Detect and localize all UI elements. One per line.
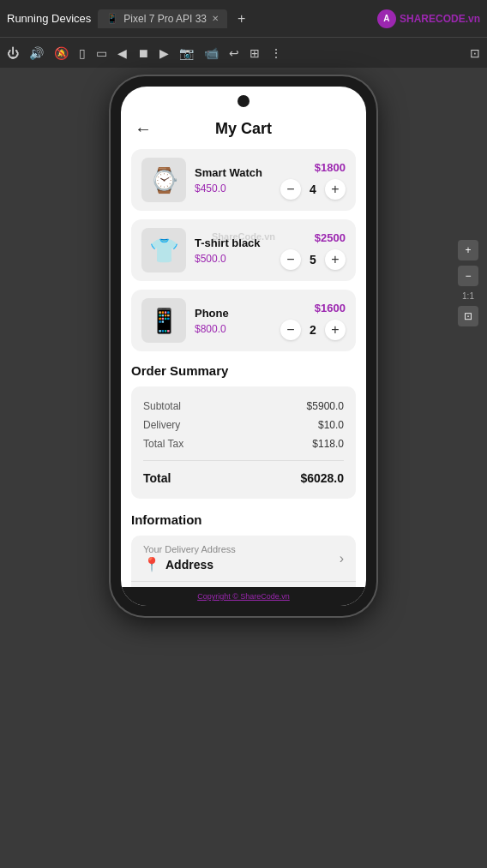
zoom-ratio-label: 1:1 — [462, 291, 474, 301]
app-content[interactable]: ← My Cart ⌚ Smart Watch $450.0 — [121, 87, 366, 587]
phone-right: $1600 − 2 + — [280, 302, 346, 340]
more-icon[interactable]: ⋮ — [270, 46, 282, 60]
smartwatch-qty-control: − 4 + — [280, 179, 346, 200]
volume-up-icon[interactable]: 🔊 — [29, 46, 44, 60]
tax-row: Total Tax $118.0 — [143, 434, 344, 453]
address-row[interactable]: Your Delivery Address 📍 Address › — [131, 536, 356, 581]
smartwatch-qty: 4 — [306, 183, 320, 196]
address-value-row: 📍 Address — [143, 556, 340, 572]
tshirt-name: T-shirt black — [195, 236, 272, 249]
smartwatch-image: ⌚ — [141, 158, 186, 202]
subtotal-row: Subtotal $5900.0 — [143, 397, 344, 416]
device-wrapper: ← My Cart ⌚ Smart Watch $450.0 — [0, 68, 487, 616]
device-screen: ← My Cart ⌚ Smart Watch $450.0 — [121, 87, 366, 606]
back-button[interactable]: ← — [135, 119, 152, 139]
rotate-portrait-icon[interactable]: ▯ — [79, 46, 86, 60]
rotate-landscape-icon[interactable]: ▭ — [96, 46, 107, 60]
device-tab-icon: 📱 — [106, 13, 118, 24]
device-frame: ← My Cart ⌚ Smart Watch $450.0 — [111, 76, 376, 616]
phone-qty-control: − 2 + — [280, 320, 346, 340]
tax-label: Total Tax — [143, 438, 183, 450]
smartwatch-total: $1800 — [315, 161, 346, 174]
phone-image: 📱 — [141, 298, 186, 343]
phone-emoji: 📱 — [149, 307, 179, 335]
cart-title: My Cart — [215, 120, 272, 138]
payment-row[interactable]: Payment Method 💳 Cash › — [131, 581, 356, 587]
sharecode-logo: A SHARECODE.vn — [377, 9, 480, 28]
logo-text: SHARECODE.vn — [400, 13, 480, 25]
zoom-out-btn[interactable]: − — [458, 266, 478, 286]
cart-items-list: ⌚ Smart Watch $450.0 $1800 − 4 + — [121, 149, 366, 351]
address-value: Address — [165, 558, 213, 572]
tshirt-increase-btn[interactable]: + — [325, 249, 346, 270]
power-icon[interactable]: ⏻ — [7, 46, 19, 60]
smartwatch-right: $1800 − 4 + — [280, 161, 346, 200]
information-section: Information Your Delivery Address 📍 Addr… — [121, 506, 366, 587]
delivery-row: Delivery $10.0 — [143, 416, 344, 434]
tab-close-btn[interactable]: ✕ — [212, 14, 219, 23]
phone-decrease-btn[interactable]: − — [280, 320, 301, 340]
new-tab-btn[interactable]: + — [237, 11, 245, 27]
cart-item-smartwatch: ⌚ Smart Watch $450.0 $1800 − 4 + — [131, 149, 356, 211]
phone-total: $1600 — [315, 302, 346, 314]
device-tab-label: Pixel 7 Pro API 33 — [123, 13, 207, 25]
copyright-text: Copyright © ShareCode.vn — [197, 592, 290, 601]
running-devices-title: Running Devices — [7, 12, 91, 25]
tshirt-total: $2500 — [315, 231, 346, 244]
smartwatch-info: Smart Watch $450.0 — [195, 166, 272, 195]
screenshot-icon[interactable]: 📷 — [179, 46, 194, 60]
information-title: Information — [131, 512, 356, 527]
home-icon[interactable]: ⏹ — [137, 46, 149, 60]
bottom-bar: Copyright © ShareCode.vn — [121, 587, 366, 606]
address-label: Your Delivery Address — [143, 544, 340, 554]
fit-screen-btn[interactable]: ⊡ — [458, 306, 478, 326]
tshirt-info: T-shirt black $500.0 — [195, 236, 272, 265]
volume-mute-icon[interactable]: 🔕 — [54, 46, 69, 60]
recent-icon[interactable]: ▶ — [159, 46, 169, 60]
record-icon[interactable]: 📹 — [204, 46, 219, 60]
tshirt-unit-price: $500.0 — [195, 253, 272, 265]
tshirt-image: 👕 — [141, 228, 186, 272]
tshirt-decrease-btn[interactable]: − — [280, 249, 301, 270]
smartwatch-name: Smart Watch — [195, 166, 272, 179]
cast-icon[interactable]: ⊡ — [470, 46, 480, 60]
delivery-value: $10.0 — [318, 419, 344, 431]
tshirt-qty: 5 — [306, 253, 320, 266]
zoom-in-btn[interactable]: + — [458, 240, 478, 260]
info-box: Your Delivery Address 📍 Address › — [131, 536, 356, 587]
smartwatch-unit-price: $450.0 — [195, 183, 272, 195]
top-bar: Running Devices 📱 Pixel 7 Pro API 33 ✕ +… — [0, 0, 487, 37]
phone-info: Phone $800.0 — [195, 307, 272, 335]
summary-divider — [143, 460, 344, 461]
address-icon: 📍 — [143, 556, 160, 572]
total-row: Total $6028.0 — [143, 468, 344, 488]
device-tab[interactable]: 📱 Pixel 7 Pro API 33 ✕ — [98, 9, 227, 28]
smartwatch-emoji: ⌚ — [149, 166, 179, 195]
device-notch — [237, 95, 250, 107]
tshirt-qty-control: − 5 + — [280, 249, 346, 270]
grid-icon[interactable]: ⊞ — [250, 46, 260, 60]
address-content: Your Delivery Address 📍 Address — [143, 544, 340, 572]
smartwatch-increase-btn[interactable]: + — [325, 179, 346, 200]
subtotal-value: $5900.0 — [307, 400, 344, 412]
cart-header: ← My Cart — [121, 112, 366, 149]
logo-circle: A — [377, 9, 396, 28]
phone-increase-btn[interactable]: + — [325, 320, 346, 340]
delivery-label: Delivery — [143, 419, 180, 431]
summary-box: Subtotal $5900.0 Delivery $10.0 Total Ta… — [131, 386, 356, 499]
subtotal-label: Subtotal — [143, 400, 181, 412]
total-value: $6028.0 — [300, 471, 344, 485]
toolbar: ⏻ 🔊 🔕 ▯ ▭ ◀ ⏹ ▶ 📷 📹 ↩ ⊞ ⋮ ⊡ — [0, 37, 487, 68]
smartwatch-decrease-btn[interactable]: − — [280, 179, 301, 200]
phone-qty: 2 — [306, 323, 320, 337]
address-chevron-icon: › — [340, 551, 344, 566]
side-controls: + − 1:1 ⊡ — [458, 240, 478, 326]
cart-item-tshirt: 👕 T-shirt black $500.0 $2500 − 5 + — [131, 219, 356, 281]
back-nav-icon[interactable]: ◀ — [117, 46, 127, 60]
phone-name: Phone — [195, 307, 272, 320]
tshirt-emoji: 👕 — [149, 236, 179, 265]
tax-value: $118.0 — [312, 438, 344, 450]
total-label: Total — [143, 471, 171, 485]
rotate-icon[interactable]: ↩ — [229, 46, 239, 60]
order-summary-section: Order Summary Subtotal $5900.0 Delivery … — [121, 351, 366, 506]
